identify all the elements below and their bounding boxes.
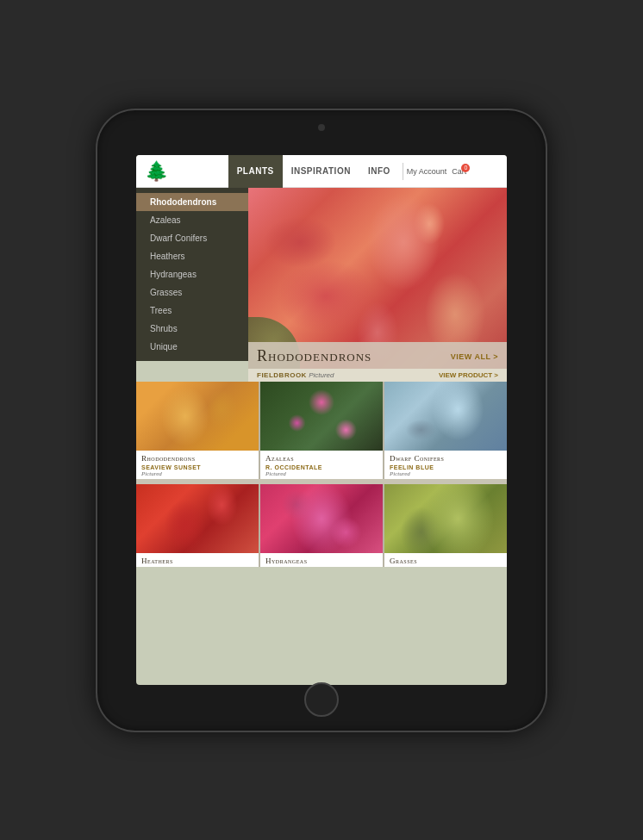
nav-info[interactable]: INFO — [359, 155, 399, 188]
hydrangeas-label: Hydrangeas — [260, 553, 383, 567]
logo-area: 🌲 — [145, 160, 197, 183]
cart-button[interactable]: Cart 0 — [452, 167, 466, 176]
grid-card-rhododendrons[interactable]: Rhododendrons SEAVIEW SUNSET Pictured — [136, 382, 259, 479]
hero-product-info: FIELDBROOK Pictured — [257, 371, 334, 379]
grid-row-2: Heathers Hydrangeas Grasse — [136, 484, 507, 567]
sidebar-item-grasses[interactable]: Grasses — [136, 283, 248, 302]
tablet-device: 🌲 PLANTS INSPIRATION INFO My Account Car… — [97, 110, 546, 731]
grid-card-conifers[interactable]: Dwarf Conifers FEELIN BLUE Pictured — [384, 382, 507, 479]
sidebar-item-trees[interactable]: Trees — [136, 302, 248, 320]
hydrangeas-image — [260, 484, 383, 553]
grid-section-2: Heathers Hydrangeas Grasse — [136, 484, 507, 567]
azaleas-label: Azaleas R. OCCIDENTALE Pictured — [260, 451, 383, 479]
grasses-image — [384, 484, 507, 553]
rhododendrons-label: Rhododendrons SEAVIEW SUNSET Pictured — [136, 451, 259, 479]
view-all-button[interactable]: VIEW ALL > — [451, 352, 498, 361]
rhododendrons-title: Rhododendrons — [141, 454, 253, 463]
conifers-sub1: FEELIN BLUE — [390, 464, 502, 470]
sidebar-item-dwarf-conifers[interactable]: Dwarf Conifers — [136, 229, 248, 247]
nav-divider — [403, 163, 403, 180]
tablet-screen: 🌲 PLANTS INSPIRATION INFO My Account Car… — [136, 155, 507, 685]
cart-count: 0 — [461, 164, 470, 172]
grid-section-1: Rhododendrons SEAVIEW SUNSET Pictured Az… — [136, 382, 507, 479]
conifers-title: Dwarf Conifers — [390, 454, 502, 463]
grasses-title: Grasses — [390, 557, 502, 565]
sidebar-item-hydrangeas[interactable]: Hydrangeas — [136, 265, 248, 283]
plants-dropdown: Rhododendrons Azaleas Dwarf Conifers Hea… — [136, 188, 248, 361]
heathers-label: Heathers — [136, 553, 259, 567]
azaleas-sub1: R. OCCIDENTALE — [265, 464, 378, 470]
logo-icon: 🌲 — [145, 160, 168, 183]
hero-section: Rhododendrons VIEW ALL > — [248, 188, 507, 369]
grid-card-hydrangeas[interactable]: Hydrangeas — [260, 484, 383, 567]
azaleas-image — [260, 382, 383, 451]
rhododendrons-image — [136, 382, 259, 451]
hero-banner: Rhododendrons VIEW ALL > — [248, 342, 507, 369]
conifers-sub2: Pictured — [390, 470, 502, 477]
sidebar-item-unique[interactable]: Unique — [136, 338, 248, 356]
heathers-title: Heathers — [141, 557, 253, 565]
nav-inspiration[interactable]: INSPIRATION — [283, 155, 359, 188]
nav-plants[interactable]: PLANTS — [228, 155, 283, 188]
azaleas-title: Azaleas — [265, 454, 378, 463]
hydrangeas-title: Hydrangeas — [265, 557, 378, 565]
grid-row-1: Rhododendrons SEAVIEW SUNSET Pictured Az… — [136, 382, 507, 479]
sidebar-item-heathers[interactable]: Heathers — [136, 247, 248, 265]
nav-account-area: My Account Cart 0 — [407, 167, 467, 176]
conifers-label: Dwarf Conifers FEELIN BLUE Pictured — [384, 451, 507, 479]
hero-sub-bar: FIELDBROOK Pictured VIEW PRODUCT > — [248, 369, 507, 382]
grid-card-azaleas[interactable]: Azaleas R. OCCIDENTALE Pictured — [260, 382, 383, 479]
site-header: 🌲 PLANTS INSPIRATION INFO My Account Car… — [136, 155, 507, 188]
sidebar-item-shrubs[interactable]: Shrubs — [136, 320, 248, 338]
conifers-image — [384, 382, 507, 451]
view-product-button[interactable]: VIEW PRODUCT > — [439, 371, 498, 379]
grid-card-heathers[interactable]: Heathers — [136, 484, 259, 567]
hero-title: Rhododendrons — [257, 347, 371, 365]
page-content: Rhododendrons Azaleas Dwarf Conifers Hea… — [136, 188, 507, 685]
hero-product-name: FIELDBROOK — [257, 371, 307, 379]
sidebar-item-rhododendrons[interactable]: Rhododendrons — [136, 193, 248, 211]
grid-card-grasses[interactable]: Grasses — [384, 484, 507, 567]
hero-product-label: Pictured — [309, 371, 334, 379]
rhododendrons-sub1: SEAVIEW SUNSET — [141, 464, 253, 470]
sidebar-item-azaleas[interactable]: Azaleas — [136, 211, 248, 229]
heathers-image — [136, 484, 259, 553]
rhododendrons-sub2: Pictured — [141, 470, 253, 477]
main-nav: PLANTS INSPIRATION INFO My Account Cart … — [197, 155, 498, 188]
my-account-link[interactable]: My Account — [407, 167, 447, 176]
azaleas-sub2: Pictured — [265, 470, 378, 477]
grasses-label: Grasses — [384, 553, 507, 567]
